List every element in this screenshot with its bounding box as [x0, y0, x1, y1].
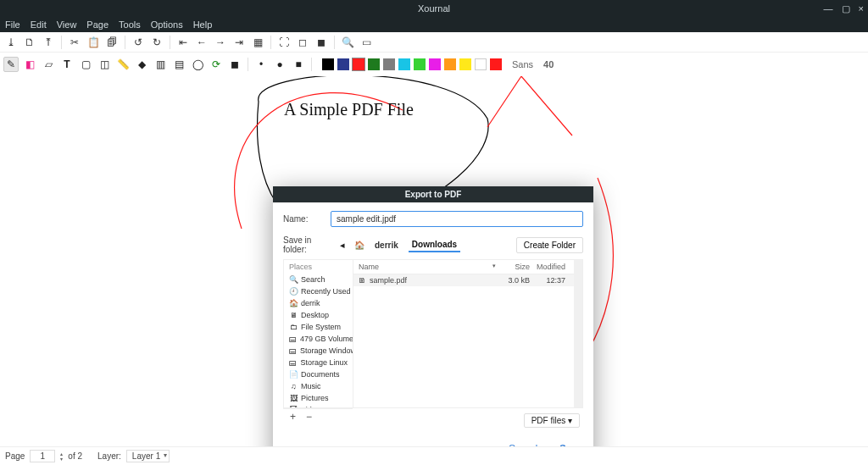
place-recent[interactable]: 🕘Recently Used: [284, 285, 353, 297]
copy-icon[interactable]: 📋: [86, 35, 101, 50]
color-orange[interactable]: [444, 58, 456, 70]
create-folder-button[interactable]: Create Folder: [516, 237, 583, 253]
font-name-label[interactable]: Sans: [512, 59, 533, 69]
color-grey[interactable]: [383, 58, 395, 70]
pen-tool-icon[interactable]: ✎: [3, 57, 19, 72]
chevron-down-icon: ▾: [568, 416, 572, 425]
separator: [270, 36, 271, 49]
breadcrumb-back-icon[interactable]: ◂: [337, 240, 348, 251]
zoom-tool-icon[interactable]: 🔍: [340, 35, 355, 50]
last-page-icon[interactable]: ⇥: [231, 35, 247, 50]
color-palette: [322, 58, 502, 70]
hand-tool-icon[interactable]: ◯: [190, 57, 205, 72]
zoom-in-icon[interactable]: ◼: [314, 35, 329, 50]
place-desktop[interactable]: 🖥Desktop: [284, 309, 353, 321]
window-title: Xournal: [418, 3, 450, 14]
place-music[interactable]: ♫Music: [284, 380, 353, 392]
next-page-icon[interactable]: →: [213, 35, 228, 50]
undo-icon[interactable]: ↺: [131, 35, 146, 50]
breadcrumb-downloads[interactable]: Downloads: [409, 238, 460, 252]
menu-help[interactable]: Help: [193, 19, 213, 30]
disk-icon: 🖴: [289, 358, 297, 367]
color-black[interactable]: [322, 58, 334, 70]
place-pictures[interactable]: 🖼Pictures: [284, 392, 353, 404]
minimize-button[interactable]: —: [824, 0, 833, 17]
stroke-thin-icon[interactable]: •: [253, 57, 269, 72]
export-pdf-dialog: Export to PDF Name: Save in folder: ◂ 🏠 …: [273, 186, 593, 449]
file-browser: Places 🔍Search 🕘Recently Used 🏠derrik 🖥D…: [283, 259, 583, 408]
color-magenta[interactable]: [429, 58, 441, 70]
filename-input[interactable]: [331, 211, 583, 227]
stroke-thick-icon[interactable]: ■: [291, 57, 306, 72]
menu-view[interactable]: View: [57, 19, 77, 30]
menu-options[interactable]: Options: [151, 19, 183, 30]
menu-file[interactable]: File: [5, 19, 20, 30]
place-volume[interactable]: 🖴479 GB Volume: [284, 333, 353, 345]
new-doc-icon[interactable]: 🗋: [22, 35, 37, 50]
desktop-icon: 🖥: [289, 311, 298, 319]
select-rect-icon[interactable]: ▥: [153, 57, 168, 72]
column-size[interactable]: Size: [496, 263, 530, 271]
home-icon: 🏠: [289, 299, 298, 307]
color-cyan[interactable]: [398, 58, 410, 70]
color-red[interactable]: [353, 58, 364, 70]
remove-bookmark-icon[interactable]: −: [306, 411, 312, 426]
file-filter-dropdown[interactable]: PDF files ▾: [524, 413, 580, 428]
dialog-titlebar: Export to PDF: [273, 186, 593, 202]
fullscreen-icon[interactable]: ⛶: [276, 35, 292, 50]
image-tool-icon[interactable]: ▢: [78, 57, 93, 72]
menu-tools[interactable]: Tools: [119, 19, 141, 30]
highlighter-tool-icon[interactable]: ▱: [41, 57, 56, 72]
color-yellow[interactable]: [459, 58, 471, 70]
vertical-space-icon[interactable]: ▤: [171, 57, 186, 72]
redo-icon[interactable]: ↻: [149, 35, 164, 50]
text-tool-icon[interactable]: T: [59, 57, 75, 72]
select-region-icon[interactable]: ◆: [134, 57, 149, 72]
shape-recognizer-icon[interactable]: ◫: [97, 57, 112, 72]
place-storage-linux[interactable]: 🖴Storage Linux: [284, 357, 353, 368]
fit-width-icon[interactable]: ▭: [359, 35, 374, 50]
name-label: Name:: [283, 214, 331, 224]
column-modified[interactable]: Modified: [530, 263, 569, 271]
place-storage-windows[interactable]: 🖴Storage Windows: [284, 345, 353, 357]
stroke-med-icon[interactable]: ●: [272, 57, 287, 72]
place-documents[interactable]: 📄Documents: [284, 368, 353, 380]
canvas-area[interactable]: A Simple PDF File Export to PDF Name: Sa…: [0, 76, 868, 449]
column-name[interactable]: Name: [359, 263, 492, 271]
picture-icon: 🖼: [289, 394, 298, 402]
color-lime[interactable]: [414, 58, 426, 70]
file-row[interactable]: 🗎sample.pdf 3.0 kB 12:37: [353, 274, 574, 286]
reload-icon[interactable]: ⟳: [209, 57, 224, 72]
ruler-icon[interactable]: 📏: [115, 57, 131, 72]
place-filesystem[interactable]: 🗀File System: [284, 321, 353, 333]
file-list: Name ▾ Size Modified 🗎sample.pdf 3.0 kB …: [353, 260, 574, 407]
color-red2[interactable]: [490, 58, 502, 70]
place-search[interactable]: 🔍Search: [284, 274, 353, 285]
zoom-out-icon[interactable]: ◻: [295, 35, 310, 50]
save-icon[interactable]: ⤓: [3, 35, 19, 50]
place-home[interactable]: 🏠derrik: [284, 297, 353, 309]
color-blue[interactable]: [337, 58, 349, 70]
file-scrollbar[interactable]: [574, 260, 582, 407]
default-tool-icon[interactable]: ◼: [227, 57, 242, 72]
color-green[interactable]: [368, 58, 380, 70]
menu-page[interactable]: Page: [86, 19, 108, 30]
cut-icon[interactable]: ✂: [67, 35, 82, 50]
eraser-tool-icon[interactable]: ◧: [22, 57, 37, 72]
open-icon[interactable]: ⤒: [41, 35, 56, 50]
prev-page-icon[interactable]: ←: [194, 35, 209, 50]
place-videos[interactable]: 🎞Videos: [284, 404, 353, 407]
paste-icon[interactable]: 🗐: [104, 35, 120, 50]
add-bookmark-icon[interactable]: +: [290, 411, 296, 426]
breadcrumb-home[interactable]: derrik: [371, 239, 402, 252]
folder-icon: 🗀: [289, 323, 298, 331]
menu-edit[interactable]: Edit: [31, 19, 47, 30]
first-page-icon[interactable]: ⇤: [175, 35, 191, 50]
document-title-text: A Simple PDF File: [284, 100, 414, 119]
font-size-value[interactable]: 40: [543, 59, 554, 69]
close-button[interactable]: ×: [859, 0, 864, 17]
page-layout-icon[interactable]: ▦: [250, 35, 265, 50]
color-white[interactable]: [475, 58, 487, 70]
maximize-button[interactable]: ▢: [842, 0, 850, 17]
file-modified: 12:37: [530, 276, 569, 285]
